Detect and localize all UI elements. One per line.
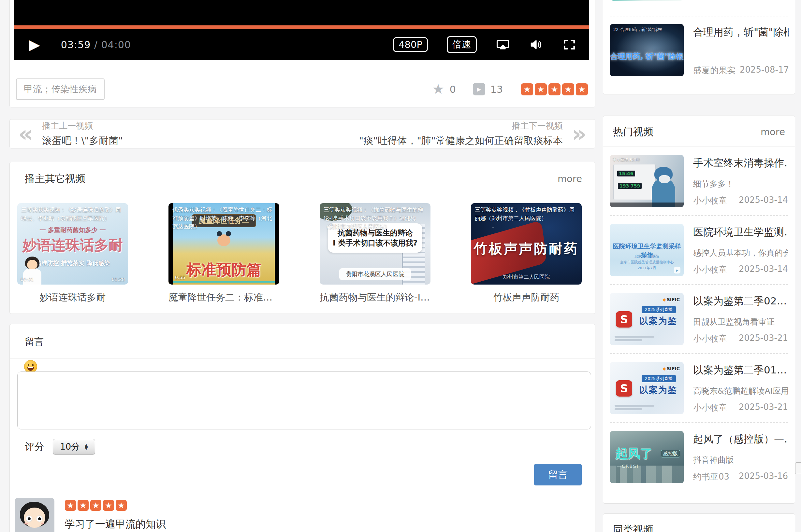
hot-video-date: 2025-03-21 [739,402,788,414]
thumbnail-series-pill: 2025系列直播 [642,375,676,382]
other-video-title[interactable]: 竹板声声防耐药 [471,291,582,304]
hot-video-item[interactable]: 医院环境卫生学监测采样操作 启东市人民医院 启东市医院感染管理质量控制中心 20… [610,224,788,276]
time-display: 03:59 / 04:00 [61,39,131,51]
hot-video-thumbnail[interactable]: 起风了 感控版 —CRBSI [610,431,684,483]
other-video-title[interactable]: 抗菌药物与医生的辩论-I类手… [320,291,431,304]
other-video-thumbnail[interactable]: 三等奖获奖视频：《妙语连珠话多耐》周峻云、李亚晗（东部战区空军医院） 一 多重耐… [17,203,128,285]
sific-logo: ◆SIFIC [662,297,680,302]
hot-video-thumbnail[interactable]: ◆SIFIC 2025系列直播 以案为鉴 S [610,293,684,345]
rating-star-icon[interactable]: ★ [576,83,588,95]
other-video-title[interactable]: 魔童降世任务二：标准预防篇 [168,291,279,304]
thumbnail-corner-text: 22-合理用药，斩"菌"除根 [613,27,662,33]
thumbnail-corner-text: 手术室终末消毒 [613,157,640,163]
thumbnail-title-line2: I 类手术切口该不该用我? [333,239,417,247]
hot-video-author: 小小牧童 [693,402,727,414]
sidebar-video-title[interactable]: 合理用药，斩"菌"除根 [693,25,789,39]
hot-video-thumbnail[interactable]: 手术室终末消毒 15:46 193 759 [610,155,684,207]
hot-video-title[interactable]: 起风了（感控版）—… [693,432,788,446]
volume-icon[interactable] [529,37,543,52]
hot-video-title[interactable]: 以案为鉴第二季01… [693,363,788,377]
comment-text: 学习了一遍甲流的知识 [65,517,166,531]
rating-select[interactable]: 10分 ▲▼ [53,439,95,455]
rating-star-icon: ★ [90,500,101,511]
comment-item: ★ ★ ★ ★ ★ 学习了一遍甲流的知识 [15,498,166,532]
hot-video-title[interactable]: 手术室终末消毒操作… [693,156,788,170]
favorite-star-icon[interactable]: ★ [432,82,444,96]
hot-video-author: 小小牧童 [693,195,727,206]
speed-button[interactable]: 倍速 [447,36,477,53]
hot-video-author: 小小牧童 [693,333,727,344]
rating-label: 评分 [25,440,44,454]
hot-video-date: 2025-03-21 [739,333,788,344]
fine-print-placeholder [615,334,654,341]
hot-video-item[interactable]: ◆SIFIC 2025系列直播 以案为鉴 S 以案为鉴第二季01… 高晓东&范鹏… [610,362,788,414]
hot-videos-more-link[interactable]: more [761,126,785,137]
nezha-cartoon [217,234,231,246]
emoji-button[interactable] [24,360,37,373]
fullscreen-icon[interactable] [562,37,577,52]
other-video-title[interactable]: 妙语连珠话多耐 [17,291,128,304]
hot-video-desc: 田靓从卫监视角看审证 [693,317,788,327]
hot-video-item[interactable]: ◆SIFIC 2025系列直播 以案为鉴 S 以案为鉴第二季02… 田靓从卫监视… [610,293,788,345]
chevron-right-icon[interactable]: » [572,125,587,143]
play-button[interactable]: ▶ [29,37,40,52]
sidebar-video-thumbnail[interactable]: 22-合理用药，斩"菌"除根 合理用药, 斩"菌"除根 [610,24,684,76]
time-current: 03:59 [61,39,91,51]
dashed-divider [610,284,788,285]
hot-video-title[interactable]: 医院环境卫生学监测… [693,225,788,239]
comment-textarea[interactable] [17,372,591,430]
hot-video-item[interactable]: 手术室终末消毒 15:46 193 759 手术室终末消毒操作… 细节多多！ 小… [610,155,788,207]
other-videos-more-link[interactable]: more [558,173,582,184]
prev-next-card: « 播主上一视频 滚蛋吧！\"多耐菌" 播主下一视频 "痰"吐得体，"肺"常健康… [10,119,595,149]
submit-comment-button[interactable]: 留言 [534,464,582,486]
thumbnail-tagline: 一 多重耐药菌知多少 一 [17,226,128,234]
next-video-link[interactable]: 播主下一视频 "痰"吐得体，"肺"常健康之如何正确留取痰标本 [359,120,563,148]
hot-video-item[interactable]: 起风了 感控版 —CRBSI 起风了（感控版）—… 抖音神曲版 约书亚03 20… [610,431,788,483]
video-player[interactable]: ▶ 03:59 / 04:00 480P 倍速 [14,0,589,60]
other-video-thumbnail[interactable]: 三等奖获奖视频：《抗菌药物与医生的辩论-I类手术切口该不该用我？》韩健梅（贵阳市… [320,203,431,285]
rating-star-icon: ★ [77,500,89,511]
thumbnail-time-start: 0:55 [175,275,185,280]
time-separator: / [91,39,101,51]
prev-video-title: 滚蛋吧！\"多耐菌" [42,134,123,148]
chevron-left-icon[interactable]: « [18,125,33,143]
rating-star-icon[interactable]: ★ [521,83,533,95]
next-video-label: 播主下一视频 [359,120,563,132]
other-video-thumbnail[interactable]: 优秀奖获奖视频：《魔童降世任务二：标准预防篇》时培英、陈铮、李李等（河北燕达医院… [168,203,279,285]
video-rating[interactable]: ★ ★ ★ ★ ★ [521,83,588,95]
cutoff-thumbnail[interactable] [610,0,684,1]
hot-video-date: 2025-03-14 [739,195,788,206]
sidebar-video-author: 盛夏的果实 [693,65,735,76]
hot-video-thumbnail[interactable]: 医院环境卫生学监测采样操作 启东市人民医院 启东市医院感染管理质量控制中心 20… [610,224,684,276]
thumbnail-overlay-text: 三等奖获奖视频：《妙语连珠话多耐》周峻云、李亚晗（东部战区空军医院） [21,206,124,222]
play-count-icon: ▶ [473,83,485,95]
progress-bar[interactable] [14,25,589,29]
hot-video-title[interactable]: 以案为鉴第二季02… [693,294,788,308]
hot-video-desc: 抖音神曲版 [693,455,788,465]
thumbnail-title-text: 妙语连珠话多耐 [17,236,128,255]
video-tag[interactable]: 甲流；传染性疾病 [16,78,105,100]
hot-video-desc: 细节多多！ [693,178,788,189]
prev-video-link[interactable]: 播主上一视频 滚蛋吧！\"多耐菌" [42,120,123,148]
dashed-divider [610,422,788,423]
hot-video-thumbnail[interactable]: ◆SIFIC 2025系列直播 以案为鉴 S [610,362,684,414]
dashed-divider [610,215,788,216]
cast-icon[interactable] [496,37,510,52]
scroll-widget[interactable] [795,462,801,474]
other-videos-card: 播主其它视频 more 三等奖获奖视频：《妙语连珠话多耐》周峻云、李亚晗（东部战… [10,162,595,314]
rating-star-icon[interactable]: ★ [562,83,574,95]
rating-star-icon[interactable]: ★ [548,83,561,95]
rating-star-icon[interactable]: ★ [535,83,547,95]
panel-display-text: 15:46 [617,171,635,176]
other-video-thumbnail[interactable]: 三等奖获奖视频：《竹板声声防耐药》周丽娜（郑州市第二人民医院） 竹板声声防耐药 … [471,203,582,285]
thumbnail-progress-bar [173,281,275,283]
hot-videos-heading: 热门视频 [613,125,653,139]
thumbnail-overlay-text: 三等奖获奖视频：《竹板声声防耐药》周丽娜（郑州市第二人民医院） [475,206,578,222]
thumbnail-subtitle-text: —CRBSI [617,463,639,469]
control-panel-graphic [613,164,656,200]
hot-videos-card: 热门视频 more 手术室终末消毒 15:46 193 759 手术室终末消毒操… [603,116,795,504]
time-total: 04:00 [101,39,131,51]
quality-button[interactable]: 480P [393,37,428,52]
hot-video-desc: 高晓东&范鹏超解读AI应用 [693,385,788,396]
video-meta-row: 甲流；传染性疾病 ★ 0 ▶ 13 ★ ★ ★ ★ ★ [16,78,588,101]
